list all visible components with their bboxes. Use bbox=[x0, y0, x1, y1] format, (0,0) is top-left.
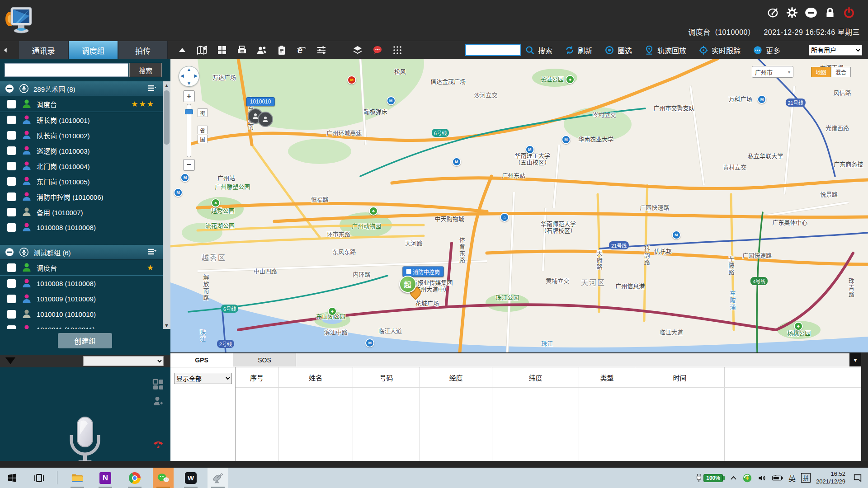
360-safety-icon[interactable] bbox=[742, 473, 752, 483]
power-plug-battery-indicator[interactable]: 100% bbox=[695, 473, 725, 483]
member-checkbox[interactable] bbox=[7, 116, 16, 124]
cluster-id-tag[interactable]: 1010010 bbox=[246, 97, 275, 106]
wps-button[interactable]: W bbox=[180, 468, 201, 488]
member-row[interactable]: 班长岗 (1010001) bbox=[0, 112, 163, 127]
volume-icon[interactable] bbox=[758, 474, 767, 483]
theme-brush-icon[interactable] bbox=[767, 6, 779, 19]
user-cluster-marker[interactable] bbox=[258, 112, 273, 127]
taskbar-clock[interactable]: 16:52 2021/12/29 bbox=[816, 470, 845, 486]
map-pan-control[interactable]: ▲ ▼ ◀ ▶ bbox=[179, 66, 199, 87]
scroll-down-icon[interactable]: ▼ bbox=[163, 321, 170, 329]
group-call-mic-icon[interactable] bbox=[19, 84, 29, 94]
layer-mixed-button[interactable]: 混合 bbox=[831, 67, 851, 77]
microphone-icon[interactable] bbox=[63, 416, 107, 460]
apps-icon[interactable] bbox=[391, 43, 404, 57]
pan-down-icon[interactable]: ▼ bbox=[187, 81, 191, 86]
action-center-icon[interactable] bbox=[853, 473, 863, 483]
group-header[interactable]: 289艺术园 (8) bbox=[0, 81, 163, 96]
member-checkbox[interactable] bbox=[7, 208, 16, 216]
group-header[interactable]: 测试群组 (6) bbox=[0, 245, 163, 260]
member-checkbox[interactable] bbox=[7, 146, 16, 155]
member-checkbox[interactable] bbox=[7, 162, 16, 170]
tab-sos[interactable]: SOS bbox=[233, 353, 296, 366]
contact-search-input[interactable] bbox=[5, 63, 128, 77]
member-checkbox[interactable] bbox=[7, 325, 16, 329]
member-row[interactable]: 1010009 (1010009) bbox=[0, 291, 163, 306]
member-row[interactable]: 1010008 (1010008) bbox=[0, 276, 163, 291]
unit-name-tag[interactable]: 消防中控岗 bbox=[402, 266, 443, 277]
search-button[interactable]: 搜索 bbox=[524, 45, 552, 56]
member-row[interactable]: 北门岗 (1010004) bbox=[0, 158, 163, 174]
collapse-up-icon[interactable] bbox=[175, 43, 189, 57]
minimize-icon[interactable] bbox=[805, 6, 817, 19]
track-playback-button[interactable]: 轨迹回放 bbox=[644, 45, 686, 56]
hang-up-icon[interactable] bbox=[152, 439, 164, 450]
scroll-up-icon[interactable]: ▲ bbox=[163, 81, 170, 89]
member-row[interactable]: 1010011 (1010011) bbox=[0, 322, 163, 329]
lock-icon[interactable] bbox=[824, 6, 836, 19]
member-row[interactable]: 调度台★★★ bbox=[0, 96, 163, 112]
power-icon[interactable] bbox=[843, 6, 855, 19]
record-icon[interactable] bbox=[275, 43, 288, 57]
member-checkbox[interactable] bbox=[7, 223, 16, 232]
pan-left-icon[interactable]: ◀ bbox=[180, 73, 184, 78]
users-icon[interactable] bbox=[255, 43, 269, 57]
member-row[interactable]: 1010010 (1010010) bbox=[0, 306, 163, 322]
multi-window-icon[interactable] bbox=[215, 43, 229, 57]
member-row[interactable]: 消防中控岗 (1010006) bbox=[0, 189, 163, 204]
language-indicator[interactable]: 英 bbox=[788, 473, 796, 483]
member-checkbox[interactable] bbox=[7, 310, 16, 319]
member-checkbox[interactable] bbox=[7, 192, 16, 201]
group-call-mic-icon[interactable] bbox=[19, 247, 29, 257]
zoom-slider-handle[interactable] bbox=[185, 109, 193, 114]
member-checkbox[interactable] bbox=[7, 263, 16, 272]
layers-icon[interactable] bbox=[351, 43, 364, 57]
layer-map-button[interactable]: 地图 bbox=[811, 67, 831, 77]
user-filter-select[interactable]: 所有用户 bbox=[809, 45, 862, 56]
map-search-input[interactable] bbox=[465, 44, 521, 56]
add-member-icon[interactable] bbox=[152, 395, 164, 407]
group-menu-icon[interactable] bbox=[147, 248, 157, 256]
message-icon[interactable] bbox=[371, 43, 384, 57]
settings-gear-icon[interactable] bbox=[786, 6, 798, 19]
battery-icon[interactable] bbox=[772, 474, 783, 482]
scroll-thumb[interactable] bbox=[164, 90, 170, 145]
tab-gps[interactable]: GPS bbox=[170, 353, 233, 367]
member-row[interactable]: 队长岗 (1010002) bbox=[0, 127, 163, 143]
member-checkbox[interactable] bbox=[7, 177, 16, 186]
tray-chevron-up-icon[interactable] bbox=[730, 475, 737, 481]
wechat-button[interactable] bbox=[153, 468, 174, 488]
tab-调度组[interactable]: 调度组 bbox=[69, 41, 118, 59]
member-checkbox[interactable] bbox=[7, 100, 16, 108]
expand-triangle-icon[interactable] bbox=[5, 357, 15, 364]
pan-right-icon[interactable]: ▶ bbox=[194, 73, 198, 78]
sidebar-scrollbar[interactable]: ▲ ▼ bbox=[163, 81, 170, 329]
member-row[interactable]: 东门岗 (1010005) bbox=[0, 174, 163, 189]
member-row[interactable]: 备用 (1010007) bbox=[0, 204, 163, 220]
chrome-button[interactable] bbox=[124, 468, 145, 488]
zoom-in-button[interactable]: + bbox=[183, 90, 195, 102]
onenote-button[interactable]: N bbox=[95, 468, 116, 488]
browser-icon[interactable]: e bbox=[295, 43, 308, 57]
fax-icon[interactable] bbox=[235, 43, 249, 57]
refresh-button[interactable]: 刷新 bbox=[564, 45, 592, 56]
zoom-out-button[interactable]: − bbox=[183, 159, 195, 171]
member-row[interactable]: 调度台★ bbox=[0, 260, 163, 276]
ime-pinyin-indicator[interactable]: 拼 bbox=[801, 473, 811, 483]
contact-search-button[interactable]: 搜索 bbox=[129, 63, 162, 77]
member-checkbox[interactable] bbox=[7, 131, 16, 140]
task-view-button[interactable] bbox=[28, 468, 49, 488]
map-icon[interactable] bbox=[195, 43, 209, 57]
file-explorer-button[interactable] bbox=[67, 468, 88, 488]
collapse-sidebar-icon[interactable] bbox=[2, 45, 10, 56]
layout-grid-icon[interactable] bbox=[152, 379, 164, 390]
city-select[interactable]: 广州市 ▾ bbox=[752, 66, 793, 78]
tab-拍传[interactable]: 拍传 bbox=[118, 41, 168, 59]
member-row[interactable]: 巡逻岗 (1010003) bbox=[0, 143, 163, 158]
filter-icon[interactable] bbox=[315, 43, 328, 57]
gps-app-button[interactable] bbox=[208, 468, 228, 488]
tab-通讯录[interactable]: 通讯录 bbox=[19, 41, 69, 59]
member-checkbox[interactable] bbox=[7, 295, 16, 303]
pan-up-icon[interactable]: ▲ bbox=[187, 67, 191, 72]
collapse-group-icon[interactable] bbox=[5, 84, 14, 94]
